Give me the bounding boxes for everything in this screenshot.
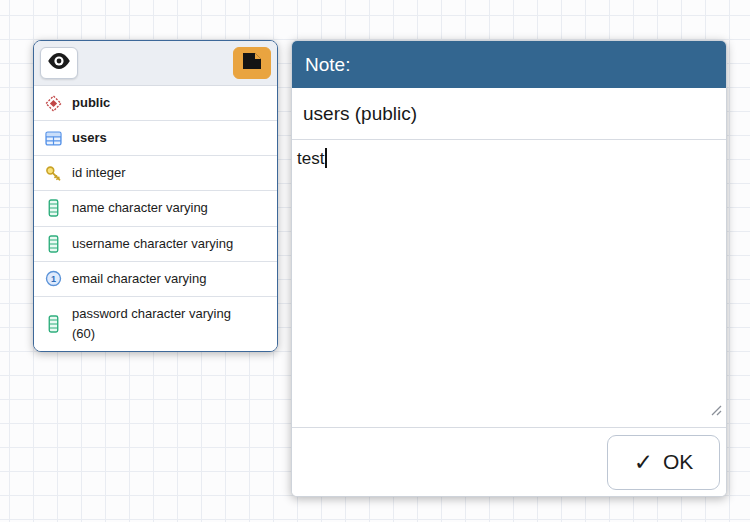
note-dialog-title: Note: — [305, 54, 350, 76]
schema-row[interactable]: public — [34, 86, 277, 121]
text-caret — [325, 148, 327, 168]
column-row-name[interactable]: name character varying — [34, 191, 277, 226]
column-row-id[interactable]: id integer — [34, 156, 277, 191]
column-row-password[interactable]: password character varying (60) — [34, 297, 277, 351]
ok-button[interactable]: ✓ OK — [607, 435, 720, 490]
table-icon — [44, 131, 62, 146]
note-button[interactable] — [233, 47, 271, 79]
column-label: name character varying — [72, 198, 208, 218]
primary-key-icon — [44, 165, 62, 182]
note-dialog: Note: users (public) test ✓ OK — [291, 40, 727, 497]
ok-button-label: OK — [663, 450, 693, 474]
column-row-email[interactable]: 1 email character varying — [34, 262, 277, 297]
note-subject: users (public) — [292, 88, 726, 140]
schema-name: public — [72, 93, 110, 113]
resize-handle-icon[interactable] — [711, 398, 722, 424]
note-subject-text: users (public) — [303, 103, 417, 125]
table-node: public users id integer — [33, 40, 278, 352]
schema-icon — [44, 95, 62, 112]
column-label: username character varying — [72, 234, 233, 254]
note-text: test — [297, 149, 324, 168]
column-icon — [44, 199, 62, 217]
column-icon — [44, 315, 62, 333]
note-dialog-footer: ✓ OK — [292, 428, 726, 496]
column-row-username[interactable]: username character varying — [34, 227, 277, 262]
table-name: users — [72, 128, 107, 148]
column-icon — [44, 235, 62, 253]
unique-key-icon: 1 — [44, 270, 62, 287]
column-label: email character varying — [72, 269, 206, 289]
check-icon: ✓ — [634, 451, 653, 474]
table-node-toolbar — [34, 41, 277, 86]
note-dialog-header: Note: — [292, 41, 726, 88]
note-textarea[interactable]: test — [292, 140, 726, 428]
note-icon — [241, 52, 263, 74]
column-label: password character varying (60) — [72, 304, 243, 344]
svg-text:1: 1 — [50, 274, 55, 284]
eye-icon — [47, 52, 71, 74]
table-row[interactable]: users — [34, 121, 277, 156]
show-details-button[interactable] — [40, 47, 78, 79]
column-label: id integer — [72, 163, 125, 183]
